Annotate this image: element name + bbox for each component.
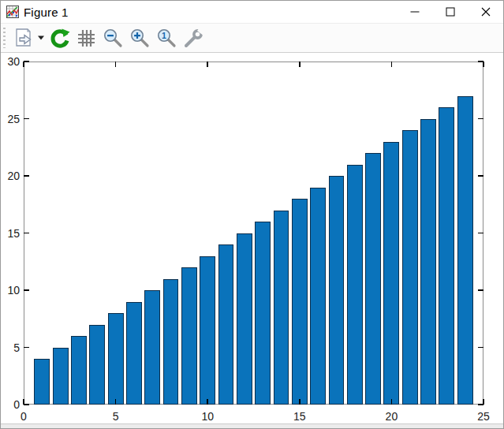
x-tick-mirror xyxy=(483,62,484,67)
replot-button[interactable] xyxy=(47,25,73,50)
bar xyxy=(347,165,363,405)
y-tick-label: 15 xyxy=(1,227,20,240)
magnifier-one-icon: 1 xyxy=(156,28,177,48)
y-tick xyxy=(24,404,29,405)
bar xyxy=(365,153,381,405)
close-icon xyxy=(481,7,491,17)
bar xyxy=(163,279,179,405)
plot-area[interactable] xyxy=(24,62,483,405)
grid-icon xyxy=(77,28,96,48)
bar xyxy=(181,267,197,405)
x-tick-label: 20 xyxy=(386,410,398,423)
toolbar: 1 xyxy=(1,23,503,53)
y-tick xyxy=(24,175,29,177)
y-tick-label: 5 xyxy=(1,341,20,354)
y-tick-label: 30 xyxy=(1,55,20,68)
x-tick-label: 25 xyxy=(477,410,490,423)
x-tick xyxy=(391,399,393,405)
magnifier-minus-icon xyxy=(103,28,123,48)
title-bar[interactable]: Figure 1 xyxy=(1,1,503,23)
export-menu-caret[interactable] xyxy=(38,35,44,40)
gnuplot-figure-icon xyxy=(6,6,19,18)
wrench-icon xyxy=(183,28,204,48)
toolbar-drag-handle[interactable] xyxy=(3,28,6,48)
x-tick-mirror xyxy=(207,62,208,67)
bar xyxy=(292,199,308,405)
bar xyxy=(457,96,473,405)
bar xyxy=(420,119,436,405)
y-tick xyxy=(24,347,29,349)
y-tick xyxy=(24,233,29,234)
zoom-in-button[interactable] xyxy=(127,25,152,50)
y-tick xyxy=(24,289,29,291)
x-tick-label: 15 xyxy=(293,410,306,423)
bar xyxy=(34,359,50,405)
close-button[interactable] xyxy=(468,1,503,23)
bar xyxy=(53,348,69,405)
bar xyxy=(402,130,418,405)
bar xyxy=(310,188,326,405)
bar xyxy=(200,256,215,405)
chart-canvas: 0510152025051015202530 xyxy=(1,53,503,423)
y-tick-label: 25 xyxy=(1,113,20,125)
maximize-button[interactable] xyxy=(432,1,468,23)
x-tick-label: 5 xyxy=(113,410,119,423)
zoom-reset-button[interactable]: 1 xyxy=(154,25,179,50)
y-tick xyxy=(24,118,29,120)
y-tick xyxy=(24,61,29,62)
x-tick xyxy=(207,399,208,405)
y-tick-mirror xyxy=(478,61,483,62)
x-tick-mirror xyxy=(115,62,117,67)
bar xyxy=(89,325,105,405)
export-document-icon xyxy=(13,28,34,48)
status-strip xyxy=(1,423,503,428)
bar xyxy=(439,107,454,405)
x-tick xyxy=(299,399,301,405)
grid-button[interactable] xyxy=(74,25,99,50)
settings-button[interactable] xyxy=(181,25,207,50)
zoom-out-button[interactable] xyxy=(100,25,125,50)
x-tick-label: 10 xyxy=(201,410,214,423)
minimize-icon xyxy=(410,7,420,17)
caret-down-icon xyxy=(38,35,44,40)
y-tick-label: 10 xyxy=(1,284,20,297)
bar xyxy=(237,233,252,405)
export-button[interactable] xyxy=(10,25,36,50)
bar xyxy=(329,176,345,405)
window-title: Figure 1 xyxy=(24,6,69,19)
bar xyxy=(218,244,234,405)
bar xyxy=(274,211,289,405)
x-tick-mirror xyxy=(299,62,301,67)
bar xyxy=(71,336,87,405)
minimize-button[interactable] xyxy=(397,1,432,23)
figure-window: Figure 1 xyxy=(0,0,504,429)
bar xyxy=(144,290,160,405)
y-tick-mirror xyxy=(478,347,483,349)
bar xyxy=(108,313,124,405)
magnifier-plus-icon xyxy=(129,28,150,48)
y-tick-mirror xyxy=(478,175,483,177)
bar xyxy=(126,302,142,405)
y-tick-label: 0 xyxy=(1,398,20,411)
svg-text:1: 1 xyxy=(162,31,166,40)
x-tick-mirror xyxy=(23,62,24,67)
x-tick xyxy=(115,399,117,405)
bar xyxy=(255,222,271,405)
y-tick-label: 20 xyxy=(1,170,20,182)
x-tick-label: 0 xyxy=(21,410,27,423)
y-tick-mirror xyxy=(478,404,483,405)
refresh-icon xyxy=(49,28,70,49)
y-tick-mirror xyxy=(478,118,483,120)
window-controls xyxy=(397,1,503,23)
x-tick-mirror xyxy=(391,62,393,67)
y-tick-mirror xyxy=(478,233,483,234)
y-tick-mirror xyxy=(478,289,483,291)
maximize-icon xyxy=(446,7,455,17)
bar xyxy=(383,142,399,405)
